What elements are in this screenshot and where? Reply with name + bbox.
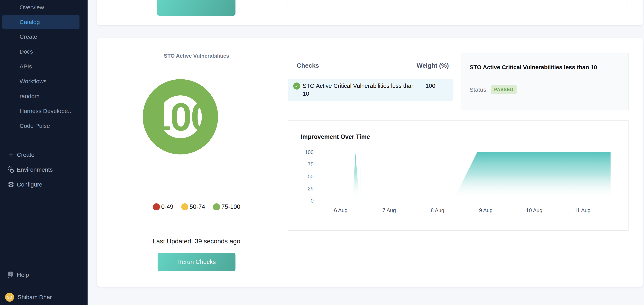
sidebar-item-label: Overview [20,4,44,11]
action-label: Configure [17,181,42,188]
checks-panel: Checks Weight (%) ✓ STO Active Critical … [288,53,461,110]
sidebar-item-create[interactable]: Create [0,29,87,44]
sidebar-divider [2,141,84,141]
legend-item-medium: 50-74 [181,203,205,210]
svg-text:7 Aug: 7 Aug [382,207,396,213]
svg-text:6 Aug: 6 Aug [334,207,348,213]
svg-text:0: 0 [311,198,314,204]
legend-label: 50-74 [190,203,205,210]
sidebar-item-overview[interactable]: Overview [0,0,87,15]
sidebar-action-configure[interactable]: ⚙ Configure [0,177,87,192]
sidebar: Overview Catalog Create Docs APIs Workfl… [0,0,88,305]
score-gauge-section: STO Active Vulnerabilities 100 0-49 50-7… [97,38,296,287]
sidebar-item-label: Workflows [20,78,46,85]
improvement-area-chart: 10075502506 Aug7 Aug8 Aug9 Aug10 Aug11 A… [288,121,628,230]
last-updated-text: Last Updated: 39 seconds ago [97,238,296,245]
svg-text:75: 75 [308,162,314,167]
checks-column-header: Checks [297,62,319,69]
scorecard-card: STO Active Vulnerabilities 100 0-49 50-7… [97,38,643,287]
weight-column-header: Weight (%) [416,62,449,69]
sidebar-actions: + Create Environments ⚙ Configure [0,147,87,192]
user-menu[interactable]: SD Shibam Dhar [0,290,87,304]
hexagons-icon [6,166,16,174]
score-value: 100 [150,97,212,136]
sidebar-item-catalog[interactable]: Catalog [2,15,80,29]
sidebar-item-label: Catalog [20,19,40,25]
gear-icon: ⚙ [6,180,16,189]
improvement-chart-panel: Improvement Over Time 10075502506 Aug7 A… [288,120,628,231]
svg-text:11 Aug: 11 Aug [574,207,590,213]
user-name: Shibam Dhar [18,294,52,301]
svg-text:25: 25 [308,186,314,192]
score-donut-gauge: 100 [143,79,218,154]
help-chat-icon: ? [6,271,16,279]
main-content: STO Active Vulnerabilities 100 0-49 50-7… [88,0,644,305]
scorecard-title: STO Active Vulnerabilities [97,53,296,59]
sidebar-item-label: Code Pulse [20,123,50,129]
check-weight-value: 100 [426,82,435,98]
plus-icon: + [6,150,16,160]
status-label: Status: [470,86,488,93]
sidebar-item-harness-developer[interactable]: Harness Develope... [0,104,87,118]
sidebar-item-label: Docs [20,48,33,55]
sidebar-item-docs[interactable]: Docs [0,44,87,59]
check-detail-panel: STO Active Critical Vulnerabilities less… [461,53,628,110]
svg-text:10 Aug: 10 Aug [526,207,542,213]
scorecard-card-partial [97,0,643,25]
legend-dot-yellow [181,203,188,210]
avatar: SD [5,293,14,302]
sidebar-item-apis[interactable]: APIs [0,59,87,74]
status-badge: PASSED [491,85,516,94]
check-detail-title: STO Active Critical Vulnerabilities less… [470,64,620,71]
legend-dot-red [153,203,160,210]
rerun-checks-button[interactable]: Rerun Checks [158,253,236,271]
check-passed-icon: ✓ [293,82,300,89]
check-label: STO Active Critical Vulnerabilities less… [302,82,420,98]
legend-label: 75-100 [222,203,240,210]
svg-text:?: ? [10,272,12,276]
legend-dot-green [213,203,220,210]
legend-label: 0-49 [161,203,174,210]
panel-fragment [286,0,627,9]
scorecard-details-section: Checks Weight (%) ✓ STO Active Critical … [288,38,628,287]
svg-text:9 Aug: 9 Aug [479,207,492,213]
sidebar-nav-list: Overview Catalog Create Docs APIs Workfl… [0,0,87,133]
help-label: Help [17,272,29,278]
sidebar-divider [2,260,84,260]
sidebar-item-workflows[interactable]: Workflows [0,74,87,89]
rerun-checks-button-partial[interactable] [157,0,236,16]
check-row[interactable]: ✓ STO Active Critical Vulnerabilities le… [288,79,453,101]
legend-item-high: 75-100 [213,203,240,210]
help-button[interactable]: ? Help [0,268,87,282]
svg-text:100: 100 [305,149,314,155]
sidebar-item-code-pulse[interactable]: Code Pulse [0,118,87,133]
sidebar-item-label: Harness Develope... [20,108,73,114]
action-label: Environments [17,166,53,173]
svg-text:50: 50 [308,174,314,180]
legend-item-low: 0-49 [153,203,174,210]
action-label: Create [17,152,34,158]
score-legend: 0-49 50-74 75-100 [97,203,296,210]
sidebar-item-label: APIs [20,63,32,70]
sidebar-item-random[interactable]: random [0,89,87,104]
sidebar-item-label: random [20,93,40,99]
svg-text:8 Aug: 8 Aug [431,207,444,213]
sidebar-item-label: Create [20,33,37,40]
sidebar-action-environments[interactable]: Environments [0,162,87,177]
sidebar-bottom: ? Help SD Shibam Dhar [0,260,87,304]
sidebar-action-create[interactable]: + Create [0,147,87,162]
